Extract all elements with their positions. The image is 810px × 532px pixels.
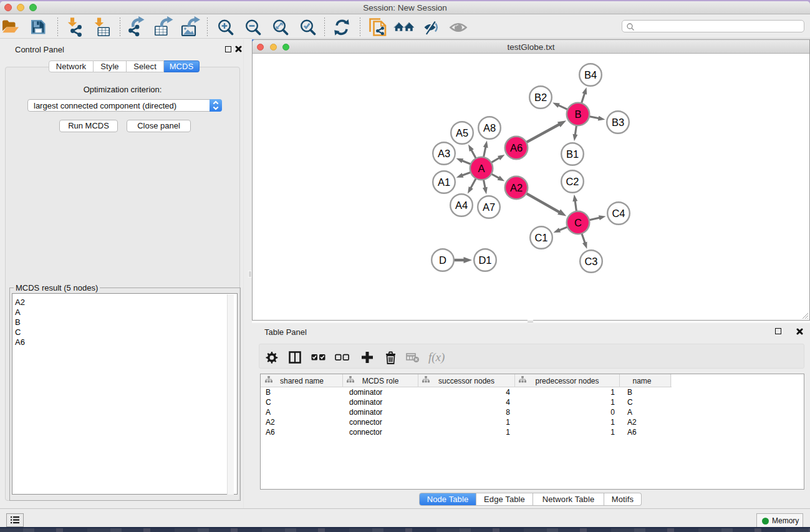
svg-text:D1: D1 xyxy=(478,254,491,266)
svg-text:B: B xyxy=(574,109,581,120)
svg-text:A5: A5 xyxy=(456,127,468,138)
svg-text:A3: A3 xyxy=(438,148,450,159)
svg-text:C1: C1 xyxy=(534,232,547,243)
svg-text:A2: A2 xyxy=(510,182,523,193)
svg-text:A: A xyxy=(478,163,485,174)
svg-text:A8: A8 xyxy=(483,122,496,133)
svg-text:B1: B1 xyxy=(566,148,579,160)
svg-text:A6: A6 xyxy=(510,142,523,153)
svg-text:B3: B3 xyxy=(612,117,624,128)
svg-text:C4: C4 xyxy=(612,208,625,219)
svg-text:C: C xyxy=(574,217,582,228)
svg-text:A1: A1 xyxy=(438,177,450,188)
svg-text:A4: A4 xyxy=(455,200,468,211)
svg-text:C3: C3 xyxy=(584,256,597,267)
svg-text:D: D xyxy=(439,254,446,266)
svg-text:B4: B4 xyxy=(584,69,597,80)
svg-text:B2: B2 xyxy=(534,92,547,103)
svg-text:A7: A7 xyxy=(483,201,495,213)
svg-text:C2: C2 xyxy=(566,176,579,187)
